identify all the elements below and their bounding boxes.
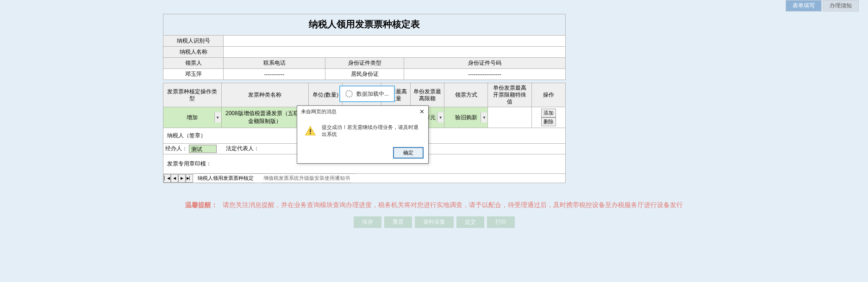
sheet-tab-2[interactable]: 增值税发票系统升级版安装使用通知书 [258,173,355,183]
handler-label: 经办人： [165,145,187,152]
sheet-tab-1[interactable]: 纳税人领用发票票种核定 [193,173,259,183]
cell-invoice-type[interactable]: 2008版增值税普通发票（五联无金额限制版） ▼ [221,107,308,128]
page-title: 纳税人领用发票票种核定表 [163,14,566,35]
value-id-no: ------------------ [404,69,566,80]
tab-form-fill[interactable]: 表单填写 [786,0,822,12]
footer-tip-text: 请您关注消息提醒，并在业务查询模块查询办理进度，税务机关将对您进行实地调查，请予… [223,201,683,208]
label-id-type: 身份证件类型 [325,58,404,69]
alert-dialog: 来自网页的消息 ✕ 提交成功！若无需继续办理业务，请及时退出系统 确定 [297,105,429,164]
footer-tip: 温馨提醒： 请您关注消息提醒，并在业务查询模块查询办理进度，税务机关将对您进行实… [0,201,868,209]
spinner-icon [345,90,353,98]
collect-method-value: 验旧购新 [455,114,477,121]
label-collector: 领票人 [163,58,224,69]
col-collect-method: 领票方式 [444,83,488,107]
save-button[interactable]: 保存 [354,216,381,228]
sheet-tabs: ▏◀ ◀ ▶ ▶▏ 纳税人领用发票票种核定 增值税发票系统升级版安装使用通知书 [163,174,566,183]
svg-rect-2 [310,133,311,134]
dialog-body: 提交成功！若无需继续办理业务，请及时退出系统 [322,124,421,138]
value-collector: 邓玉萍 [163,69,224,80]
label-id-no: 身份证件号码 [404,58,566,69]
delete-button[interactable]: 删除 [541,117,556,126]
ok-button[interactable]: 确定 [393,147,424,159]
submit-button[interactable]: 提交 [456,216,484,228]
handler-input[interactable]: 测试 [189,145,217,153]
cell-ops: 添加 删除 [531,107,565,128]
close-icon[interactable]: ✕ [419,108,425,115]
invoice-type-value: 2008版增值税普通发票（五联无金额限制版） [225,110,305,124]
col-per-max-amt: 单份发票最高限额 [410,83,444,107]
col-unit: 单位(数量) [309,83,343,107]
svg-rect-1 [310,129,311,132]
chevron-down-icon[interactable]: ▼ [437,112,443,123]
value-taxpayer-id [224,36,566,47]
warning-icon [305,124,316,137]
info-table: 纳税人识别号 纳税人名称 领票人 联系电话 身份证件类型 身份证件号码 邓玉萍 … [163,35,566,80]
value-id-type: 居民身份证 [325,69,404,80]
tab-process-notice[interactable]: 办理须知 [823,0,859,12]
loading-text: 数据加载中... [356,90,389,98]
col-invoice-type: 发票种类名称 [221,83,308,107]
footer-tip-label: 温馨提醒： [185,201,218,208]
value-phone: ----------- [224,69,325,80]
cell-per-max-special [488,107,531,128]
col-per-max-special: 单份发票最高开票限额特殊值 [488,83,531,107]
nav-next-icon[interactable]: ▶ [178,174,186,183]
bottom-button-bar: 保存 重置 资料采集 提交 打印 [0,216,868,228]
label-taxpayer-id: 纳税人识别号 [163,36,224,47]
reset-button[interactable]: 重置 [384,216,412,228]
value-taxpayer-name [224,47,566,58]
cell-op-type[interactable]: 增加 ▼ [163,107,222,128]
legal-label: 法定代表人： [226,145,259,152]
print-button[interactable]: 打印 [487,216,515,228]
loading-popup: 数据加载中... [339,86,395,102]
cell-collect-method[interactable]: 验旧购新 ▼ [444,107,488,128]
col-ops: 操作 [531,83,565,107]
nav-prev-icon[interactable]: ◀ [171,174,178,183]
add-button[interactable]: 添加 [541,109,556,117]
dialog-title: 来自网页的消息 [301,108,337,115]
label-phone: 联系电话 [224,58,325,69]
nav-first-icon[interactable]: ▏◀ [163,174,171,183]
op-type-value: 增加 [187,114,198,121]
nav-last-icon[interactable]: ▶▏ [186,174,193,183]
label-taxpayer-name: 纳税人名称 [163,47,224,58]
chevron-down-icon[interactable]: ▼ [214,112,221,123]
col-op-type: 发票票种核定操作类型 [163,83,222,107]
chevron-down-icon[interactable]: ▼ [481,112,487,123]
data-collect-button[interactable]: 资料采集 [415,216,454,228]
